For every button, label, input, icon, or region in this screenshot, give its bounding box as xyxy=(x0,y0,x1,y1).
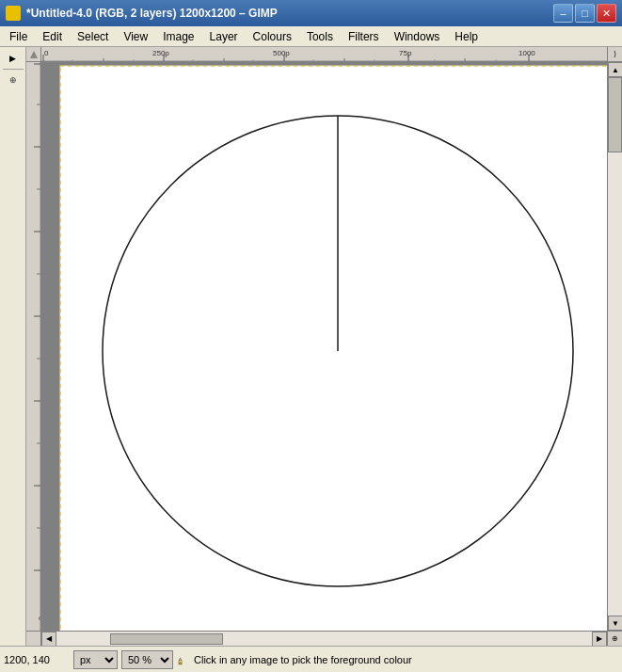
drawing-canvas xyxy=(41,62,607,631)
ruler-left-svg: 0 xyxy=(26,62,41,631)
maximize-button[interactable]: □ xyxy=(575,4,595,23)
scroll-down-button[interactable]: ▼ xyxy=(608,616,622,631)
svg-text:250p: 250p xyxy=(152,49,169,57)
svg-rect-46 xyxy=(179,661,182,663)
window-title: *Untitled-4.0 (RGB, 2 layers) 1200x1200 … xyxy=(26,7,278,20)
scroll-left-button[interactable]: ◀ xyxy=(41,632,56,647)
window-controls: – □ ✕ xyxy=(553,4,616,23)
svg-marker-0 xyxy=(30,51,38,58)
menu-colours[interactable]: Colours xyxy=(246,26,299,46)
title-bar: *Untitled-4.0 (RGB, 2 layers) 1200x1200 … xyxy=(0,0,622,26)
ruler-top: 0 250p 500p 75p 1000 xyxy=(41,47,607,62)
scrollbar-bottom[interactable]: ◀ ▶ xyxy=(41,631,607,646)
menu-tools[interactable]: Tools xyxy=(299,26,341,46)
menu-layer[interactable]: Layer xyxy=(202,26,246,46)
corner-top-left xyxy=(26,47,41,62)
close-button[interactable]: ✕ xyxy=(597,4,616,23)
menu-edit[interactable]: Edit xyxy=(35,26,70,46)
menu-select[interactable]: Select xyxy=(70,26,116,46)
scrollbar-right[interactable]: ▲ ▼ xyxy=(607,62,622,631)
corner-top-right[interactable]: ⟩ xyxy=(607,47,622,62)
svg-marker-45 xyxy=(179,658,182,661)
svg-text:0: 0 xyxy=(44,49,49,57)
gimp-icon xyxy=(6,6,21,21)
scroll-bottom-thumb[interactable] xyxy=(110,633,223,645)
status-bar: 1200, 140 px % mm inch 50 % 25 % 100 % 2… xyxy=(0,646,622,672)
pencil-icon xyxy=(177,653,190,666)
zoom-selector[interactable]: 50 % 25 % 100 % 200 % xyxy=(121,650,173,669)
svg-rect-40 xyxy=(60,66,607,631)
corner-bottom-left xyxy=(26,631,41,646)
menu-view[interactable]: View xyxy=(116,26,155,46)
minimize-button[interactable]: – xyxy=(553,4,573,23)
svg-text:1000: 1000 xyxy=(518,49,535,57)
status-text: Click in any image to pick the foregroun… xyxy=(177,653,618,666)
menu-image[interactable]: Image xyxy=(155,26,201,46)
coordinates-display: 1200, 140 xyxy=(4,654,70,665)
menu-file[interactable]: File xyxy=(2,26,35,46)
scroll-right-thumb[interactable] xyxy=(608,77,622,152)
menu-bar: File Edit Select View Image Layer Colour… xyxy=(0,26,622,47)
svg-text:500p: 500p xyxy=(273,49,290,57)
tool-move: ⊕ xyxy=(6,72,21,88)
scroll-up-button[interactable]: ▲ xyxy=(608,62,622,77)
tool-pointer[interactable]: ▶ xyxy=(6,51,21,66)
toolbox: ▶ ⊕ xyxy=(0,47,26,646)
canvas-container[interactable]: ⟩ ⊕ 0 250p 500p 75p xyxy=(26,47,622,646)
corner-bottom-right[interactable]: ⊕ xyxy=(607,631,622,646)
ruler-top-svg: 0 250p 500p 75p 1000 xyxy=(41,47,607,61)
menu-help[interactable]: Help xyxy=(447,26,486,46)
scroll-right-track[interactable] xyxy=(608,77,622,616)
scroll-bottom-track[interactable] xyxy=(56,632,592,646)
main-area: ▶ ⊕ ⟩ ⊕ 0 250p xyxy=(0,47,622,646)
svg-text:75p: 75p xyxy=(399,49,412,57)
ruler-left: 0 xyxy=(26,62,41,631)
scroll-right-button[interactable]: ▶ xyxy=(592,632,607,647)
status-message: Click in any image to pick the foregroun… xyxy=(194,654,412,665)
menu-windows[interactable]: Windows xyxy=(387,26,448,46)
svg-marker-47 xyxy=(180,664,182,666)
menu-filters[interactable]: Filters xyxy=(341,26,387,46)
canvas-white[interactable] xyxy=(41,62,607,631)
title-text: *Untitled-4.0 (RGB, 2 layers) 1200x1200 … xyxy=(6,6,278,21)
unit-selector[interactable]: px % mm inch xyxy=(73,650,118,669)
